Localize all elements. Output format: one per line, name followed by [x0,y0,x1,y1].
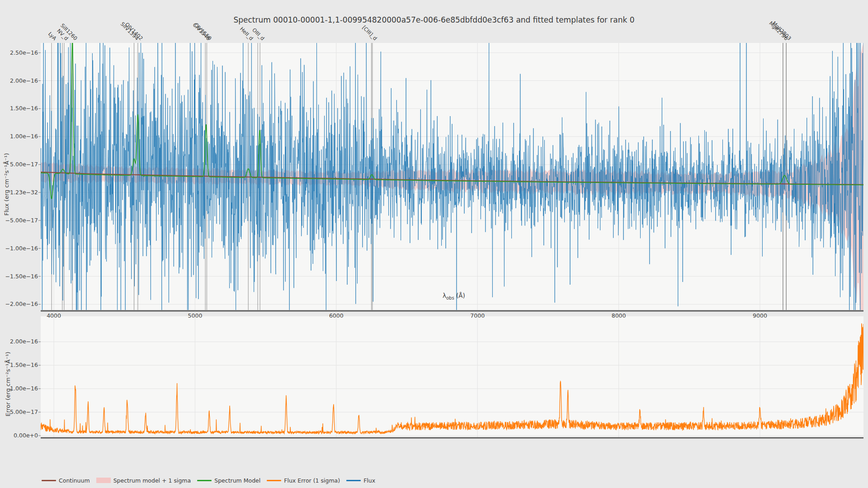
flux-y-tick-label: −2.00e−16 [4,300,38,308]
x-tick-label: 9000 [745,312,774,319]
legend-line-swatch [42,480,56,481]
x-tick-label: 6000 [322,312,351,319]
legend-item-flux-error-1-sigma-: Flux Error (1 sigma) [267,476,340,485]
legend-label: Continuum [59,477,90,484]
x-axis-label: λobs (Å) [443,292,465,300]
error-y-tick-label: 0.00e+0 [4,432,38,439]
spectrum-chart [0,0,868,488]
legend-label: Flux Error (1 sigma) [284,477,340,484]
legend-item-spectrum-model: Spectrum Model [197,476,260,485]
legend-line-swatch [197,480,212,481]
flux-y-tick-label: −1.50e−16 [4,273,38,280]
figure: Spectrum 00010-00001-1,1-009954820000a57… [0,0,868,488]
legend-line-swatch [346,480,361,481]
x-tick-label: 5000 [180,312,209,319]
legend-label: Spectrum Model [214,477,260,484]
legend-patch-swatch [96,478,111,483]
x-tick-label: 7000 [463,312,492,319]
legend-line-swatch [267,480,281,481]
flux-y-tick-label: 1.23e−32 [4,189,38,196]
flux-y-tick-label: −5.00e−17 [4,217,38,224]
legend: ContinuumSpectrum model + 1 sigmaSpectru… [42,476,375,485]
flux-y-tick-label: 2.50e−16 [4,49,38,56]
flux-y-tick-label: −1.00e−16 [4,245,38,252]
error-y-tick-label: 2.00e−16 [4,338,38,345]
x-tick-label: 4000 [39,312,68,319]
error-y-tick-label: 1.00e−16 [4,385,38,392]
error-y-tick-label: 1.50e−16 [4,361,38,369]
legend-item-spectrum-model-1-sigma: Spectrum model + 1 sigma [96,476,191,485]
flux-y-tick-label: 1.50e−16 [4,105,38,112]
flux-y-tick-label: 1.00e−16 [4,133,38,140]
legend-item-continuum: Continuum [42,476,90,485]
legend-item-flux: Flux [346,476,375,485]
legend-label: Flux [363,477,375,484]
flux-y-tick-label: 5.00e−17 [4,161,38,168]
legend-label: Spectrum model + 1 sigma [113,477,191,484]
flux-y-tick-label: 2.00e−16 [4,77,38,84]
x-tick-label: 8000 [604,312,633,319]
error-y-tick-label: 5.00e−17 [4,408,38,416]
